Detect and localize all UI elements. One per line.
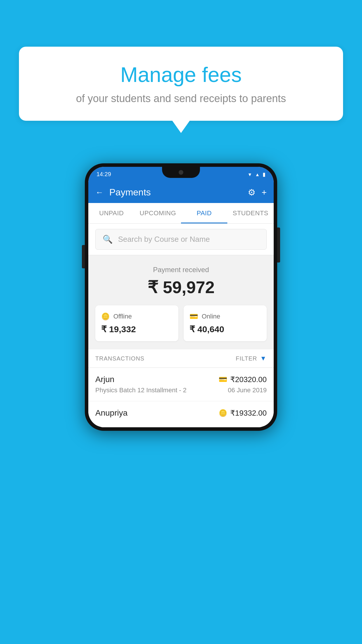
transaction-payment-icon: 💳 [219,375,227,384]
transaction-top-row: Arjun 💳 ₹20320.00 [95,375,267,384]
app-header: ← Payments ⚙ + [88,182,274,203]
payment-cards-section: 🪙 Offline ₹ 19,332 💳 Online ₹ 40,640 [88,305,274,349]
transaction-description: Physics Batch 12 Installment - 2 [95,386,187,394]
transactions-label: TRANSACTIONS [95,355,145,362]
notch [162,167,200,178]
header-actions: ⚙ + [248,187,267,197]
offline-label: Offline [113,313,132,320]
transaction-name: Anupriya [95,408,128,418]
phone-frame: 14:29 ← Payments ⚙ + UNPAID [85,163,277,431]
search-input[interactable]: 🔍 Search by Course or Name [95,229,267,250]
online-icon: 💳 [189,312,198,321]
camera-dot [179,170,183,175]
tab-bar: UNPAID UPCOMING PAID STUDENTS [88,203,274,224]
tab-students[interactable]: STUDENTS [227,203,274,223]
phone-container: 14:29 ← Payments ⚙ + UNPAID [85,163,277,431]
tab-paid[interactable]: PAID [181,203,227,223]
filter-button[interactable]: FILTER ▼ [236,355,267,362]
tab-unpaid[interactable]: UNPAID [88,203,135,223]
transaction-payment-icon: 🪙 [219,409,227,417]
speech-bubble-subtitle: of your students and send receipts to pa… [36,92,326,105]
transaction-top-row: Anupriya 🪙 ₹19332.00 [95,408,267,418]
search-container: 🔍 Search by Course or Name [88,224,274,255]
offline-card-header: 🪙 Offline [101,312,173,321]
battery-icon [263,171,266,178]
speech-bubble-container: Manage fees of your students and send re… [19,47,343,121]
search-placeholder: Search by Course or Name [118,235,210,244]
online-card-header: 💳 Online [189,312,261,321]
offline-payment-card: 🪙 Offline ₹ 19,332 [95,305,178,341]
wifi-icon [247,171,252,178]
online-payment-card: 💳 Online ₹ 40,640 [184,305,267,341]
time-display: 14:29 [96,171,111,178]
signal-icon [255,171,260,178]
speech-bubble: Manage fees of your students and send re… [19,47,343,121]
online-amount: ₹ 40,640 [189,324,261,334]
transaction-amount: ₹19332.00 [230,409,267,418]
payment-received-label: Payment received [95,266,267,274]
transaction-amount: ₹20320.00 [230,375,267,384]
back-button[interactable]: ← [95,188,103,197]
transaction-bottom-row: Physics Batch 12 Installment - 2 06 June… [95,386,267,394]
table-row[interactable]: Anupriya 🪙 ₹19332.00 [88,401,274,427]
search-icon: 🔍 [103,235,113,244]
settings-icon[interactable]: ⚙ [248,187,256,197]
table-row[interactable]: Arjun 💳 ₹20320.00 Physics Batch 12 Insta… [88,368,274,401]
offline-icon: 🪙 [101,312,110,321]
payment-received-section: Payment received ₹ 59,972 [88,255,274,305]
filter-icon: ▼ [260,355,267,362]
tab-upcoming[interactable]: UPCOMING [135,203,181,223]
transaction-amount-wrap: 💳 ₹20320.00 [219,375,267,384]
page-title: Payments [109,187,242,198]
filter-label: FILTER [236,355,257,362]
transaction-amount-wrap: 🪙 ₹19332.00 [219,409,267,418]
phone-screen: 14:29 ← Payments ⚙ + UNPAID [88,167,274,427]
transaction-date: 06 June 2019 [228,386,267,394]
transactions-header: TRANSACTIONS FILTER ▼ [88,349,274,368]
online-label: Online [202,313,220,320]
add-icon[interactable]: + [261,188,267,197]
transaction-name: Arjun [95,375,114,384]
speech-bubble-title: Manage fees [36,63,326,87]
offline-amount: ₹ 19,332 [101,324,173,334]
payment-received-amount: ₹ 59,972 [95,277,267,297]
status-icons [247,171,266,178]
